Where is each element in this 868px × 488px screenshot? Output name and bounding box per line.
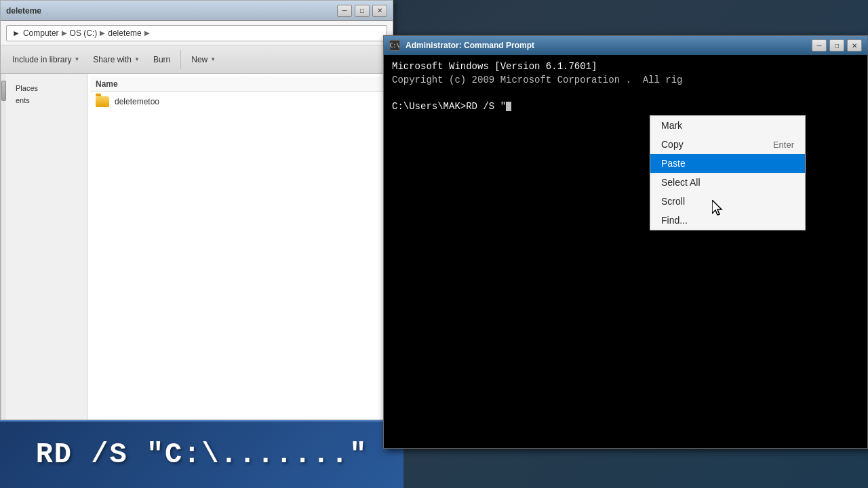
cmd-icon: C:\ <box>389 40 400 51</box>
cmd-title-left: C:\ Administrator: Command Prompt <box>389 40 534 51</box>
address-bar: ► Computer ▶ OS (C:) ▶ deleteme ▶ <box>1 21 393 45</box>
cmd-controls: ─ □ ✕ <box>812 39 862 52</box>
sidebar: Places ents <box>6 74 87 420</box>
cmd-content[interactable]: Microsoft Windows [Version 6.1.7601] Cop… <box>384 55 867 448</box>
include-library-arrow: ▼ <box>74 56 79 62</box>
context-menu-item-scroll[interactable]: Scroll <box>650 192 805 211</box>
share-with-arrow: ▼ <box>134 56 140 62</box>
context-menu-mark-label: Mark <box>661 120 682 131</box>
explorer-title: deleteme <box>6 6 41 16</box>
context-menu-item-paste[interactable]: Paste <box>650 154 805 173</box>
share-with-button[interactable]: Share with ▼ <box>87 49 146 70</box>
sidebar-item-ents[interactable]: ents <box>12 94 81 106</box>
cmd-maximize-button[interactable]: □ <box>829 39 844 52</box>
context-menu-copy-shortcut: Enter <box>773 140 794 150</box>
maximize-button[interactable]: □ <box>355 5 370 17</box>
cmd-titlebar: C:\ Administrator: Command Prompt ─ □ ✕ <box>384 36 867 55</box>
breadcrumb-end-arrow: ▶ <box>144 29 150 37</box>
explorer-toolbar: Include in library ▼ Share with ▼ Burn N… <box>1 45 393 74</box>
toolbar-divider <box>180 50 181 69</box>
cmd-title: Administrator: Command Prompt <box>406 41 534 50</box>
cmd-cursor <box>506 102 511 111</box>
minimize-button[interactable]: ─ <box>337 5 352 17</box>
sidebar-favorites: Places ents <box>6 79 87 109</box>
desktop: deleteme ─ □ ✕ ► Computer ▶ OS (C:) ▶ de… <box>0 0 868 488</box>
burn-button[interactable]: Burn <box>147 49 176 70</box>
folder-icon <box>96 96 109 107</box>
sidebar-item-places[interactable]: Places <box>12 82 81 94</box>
sidebar-places-label: Places <box>16 84 38 92</box>
sidebar-scroll-thumb[interactable] <box>1 81 6 101</box>
cmd-close-button[interactable]: ✕ <box>847 39 862 52</box>
breadcrumb-computer-label: Computer <box>23 28 59 38</box>
sidebar-ents-label: ents <box>16 96 30 104</box>
new-folder-arrow: ▼ <box>210 56 216 62</box>
explorer-controls: ─ □ ✕ <box>337 5 387 17</box>
cmd-line-2: Copyright (c) 2009 Microsoft Corporation… <box>392 74 859 87</box>
close-button[interactable]: ✕ <box>372 5 387 17</box>
explorer-window: deleteme ─ □ ✕ ► Computer ▶ OS (C:) ▶ de… <box>0 0 393 420</box>
cmd-minimize-button[interactable]: ─ <box>812 39 827 52</box>
burn-label: Burn <box>153 55 170 64</box>
share-with-label: Share with <box>93 55 132 64</box>
context-menu-scroll-label: Scroll <box>661 196 685 207</box>
context-menu: Mark Copy Enter Paste Select All Scroll … <box>650 115 806 230</box>
context-menu-item-find[interactable]: Find... <box>650 211 805 230</box>
breadcrumb-folder: deleteme <box>108 28 141 38</box>
context-menu-paste-label: Paste <box>661 158 686 169</box>
context-menu-find-label: Find... <box>661 215 688 226</box>
breadcrumb-sep1: ▶ <box>62 29 67 37</box>
file-name: deletemetoo <box>115 97 159 106</box>
context-menu-copy-label: Copy <box>661 139 684 150</box>
bottom-overlay: RD /S "C:\......." <box>0 420 403 488</box>
file-area: Name deletemetoo <box>87 74 393 420</box>
explorer-titlebar: deleteme ─ □ ✕ <box>1 1 393 21</box>
cmd-line-prompt: C:\Users\MAK>RD /S " <box>392 100 859 114</box>
sidebar-scrollbar[interactable] <box>1 74 6 420</box>
overlay-command-text: RD /S "C:\......." <box>36 439 368 471</box>
breadcrumb-sep2: ▶ <box>100 29 105 37</box>
context-menu-item-copy[interactable]: Copy Enter <box>650 135 805 154</box>
cmd-window[interactable]: C:\ Administrator: Command Prompt ─ □ ✕ … <box>383 35 868 449</box>
breadcrumb-drive: OS (C:) <box>70 28 98 38</box>
include-library-button[interactable]: Include in library ▼ <box>6 49 85 70</box>
new-folder-label: New <box>191 55 208 64</box>
breadcrumb[interactable]: ► Computer ▶ OS (C:) ▶ deleteme ▶ <box>6 25 387 41</box>
cmd-line-blank <box>392 87 859 100</box>
context-menu-selectall-label: Select All <box>661 177 701 188</box>
column-name: Name <box>96 79 118 89</box>
context-menu-item-mark[interactable]: Mark <box>650 116 805 135</box>
include-library-label: Include in library <box>12 55 71 64</box>
list-item[interactable]: deletemetoo <box>90 92 390 111</box>
explorer-content: Places ents Name deletemetoo <box>1 74 393 420</box>
new-folder-button[interactable]: New ▼ <box>185 49 222 70</box>
file-list-header: Name <box>90 77 390 92</box>
cmd-line-1: Microsoft Windows [Version 6.1.7601] <box>392 60 859 74</box>
context-menu-item-selectall[interactable]: Select All <box>650 173 805 192</box>
breadcrumb-computer: ► <box>12 28 20 38</box>
